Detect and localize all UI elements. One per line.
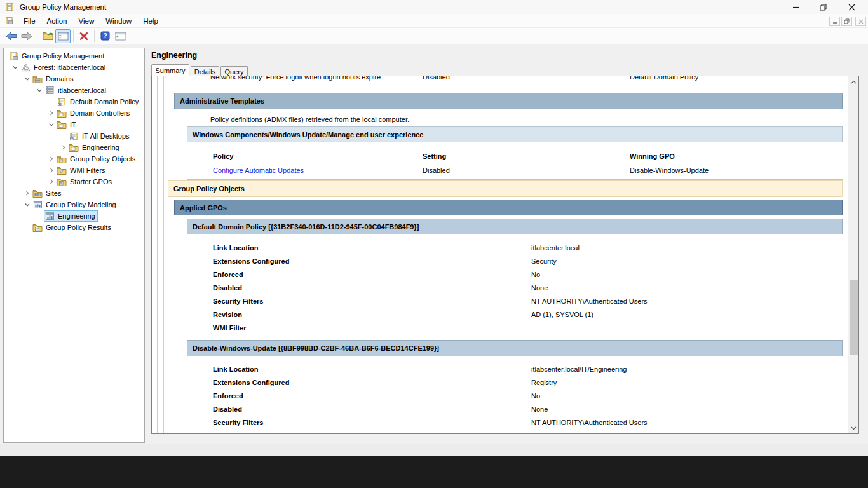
column-header-policy: Policy [213,152,233,161]
menu-view[interactable]: View [73,15,100,27]
scroll-up-button[interactable] [848,76,859,87]
toolbar-separator [94,30,95,42]
help-button[interactable]: ? [97,29,112,43]
tab-summary[interactable]: Summary [151,64,189,76]
chevron-expanded-icon[interactable] [22,73,32,85]
tree-item-group-policy-modeling[interactable]: Group Policy Modeling [4,199,144,210]
chevron-expanded-icon[interactable] [34,85,44,96]
back-button[interactable] [4,29,19,43]
domains-folder-icon [32,74,43,84]
menu-help[interactable]: Help [137,15,164,27]
chevron-up-icon [851,80,857,84]
chevron-expanded-icon[interactable] [10,62,20,73]
policy-row-clipped-winning-gpo: Default Domain Policy [630,76,698,81]
show-action-pane-button[interactable] [112,29,128,43]
section-header-administrative-templates[interactable]: Administrative Templates [174,93,843,109]
detail-value: NT AUTHORITY\Authenticated Users [531,418,648,427]
tree-item-group-policy-objects[interactable]: Group Policy Objects [4,153,144,165]
restore-button[interactable] [809,0,837,14]
desktop: Group Policy Management File Action View… [0,0,868,488]
menu-file[interactable]: File [18,15,41,27]
back-arrow-icon [6,32,17,41]
tree-item-label: WMI Filters [68,166,107,175]
tree-item-root[interactable]: Group Policy Management [4,50,144,62]
policy-row-clipped-setting: Disabled [423,76,450,81]
tree-item-it[interactable]: IT [4,119,144,130]
close-button[interactable] [837,0,865,14]
policy-link-configure-automatic-updates[interactable]: Configure Automatic Updates [213,166,304,175]
tree-item-label: Default Domain Policy [68,97,140,106]
tab-query[interactable]: Query [220,66,248,76]
tree-item-default-domain-policy[interactable]: Default Domain Policy [4,96,144,107]
title-bar[interactable]: Group Policy Management [0,0,868,14]
chevron-expanded-icon[interactable] [22,199,32,210]
vertical-scrollbar[interactable] [848,76,858,433]
detail-value: Security [531,257,557,266]
scroll-down-button[interactable] [848,423,859,433]
section-title: Windows Components/Windows Update/Manage… [193,131,423,139]
gpo-name: Default Domain Policy [{31B2F340-016D-11… [193,223,419,231]
tree-item-starter-gpos[interactable]: Starter GPOs [4,176,144,187]
section-header-applied-gpos[interactable]: Applied GPOs [174,200,843,215]
chevron-collapsed-icon[interactable] [46,165,57,176]
tree-item-sites[interactable]: Sites [4,187,144,199]
detail-label: Link Location [213,365,259,374]
forward-button[interactable] [19,29,34,43]
tree-item-label: Engineering [56,212,97,220]
minimize-icon [792,4,799,11]
selected-tree-item[interactable]: Engineering [44,211,97,221]
mdi-close-icon [858,19,864,24]
detail-value: None [531,405,548,414]
menu-action[interactable]: Action [41,15,73,27]
tree-item-domains[interactable]: Domains [4,73,144,85]
sites-folder-icon [32,188,43,198]
chevron-expanded-icon[interactable] [46,119,57,130]
tree-item-label: IT [68,120,78,129]
window-title: Group Policy Management [20,3,106,11]
mdi-close-button[interactable] [855,17,866,26]
detail-value: itlabcenter.local [531,243,580,252]
export-folder-button[interactable] [40,29,55,43]
column-header-setting: Setting [423,152,446,161]
toolbar-separator [37,30,37,42]
section-header-windows-components[interactable]: Windows Components/Windows Update/Manage… [187,126,843,142]
delete-button[interactable] [76,29,92,43]
policy-row-clipped-name: Network security: Force logoff when logo… [210,76,381,81]
section-header-group-policy-objects[interactable]: Group Policy Objects [168,180,843,197]
tree-item-wmi-filters[interactable]: WMI Filters [4,165,144,176]
detail-value: Registry [531,378,557,387]
tree-item-domain-controllers[interactable]: Domain Controllers [4,107,144,119]
mdi-minimize-button[interactable] [829,17,840,26]
policy-winning-gpo-value: Disable-Windows-Update [630,166,709,175]
menu-window[interactable]: Window [100,15,137,27]
table-bottom-divider [187,179,843,180]
section-border [157,76,158,433]
delete-icon [79,32,88,41]
tree-item-forest[interactable]: Forest: itlabcenter.local [4,62,144,73]
gpmc-app-icon [4,2,15,12]
detail-label: WMI Filter [213,323,247,332]
show-console-tree-button[interactable] [55,29,71,43]
chevron-collapsed-icon[interactable] [22,187,32,199]
section-title: Applied GPOs [180,204,227,212]
chevron-collapsed-icon[interactable] [46,176,57,187]
section-header-default-domain-policy[interactable]: Default Domain Policy [{31B2F340-016D-11… [187,219,843,234]
detail-label: Extensions Configured [213,257,289,266]
section-header-disable-windows-update[interactable]: Disable-Windows-Update [{8BF998BD-C2BF-4… [187,340,843,356]
tree-item-engineering-ou[interactable]: Engineering [4,142,144,153]
chevron-collapsed-icon[interactable] [46,153,57,165]
tree-item-engineering-modeling[interactable]: Engineering [4,210,144,222]
minimize-button[interactable] [782,0,810,14]
tab-details[interactable]: Details [191,66,219,76]
tree-item-group-policy-results[interactable]: Group Policy Results [4,222,144,233]
scrollbar-thumb[interactable] [850,280,858,355]
tree-item-domain[interactable]: itlabcenter.local [4,85,144,96]
policy-setting-value: Disabled [423,166,450,175]
gpmc-window: Group Policy Management File Action View… [0,0,868,444]
tree-item-it-all-desktops[interactable]: IT-All-Desktops [4,130,144,142]
chevron-collapsed-icon[interactable] [58,142,69,153]
mdi-restore-button[interactable] [841,17,852,26]
detail-label: Security Filters [213,418,263,427]
chevron-collapsed-icon[interactable] [46,107,57,119]
tree-item-label: Forest: itlabcenter.local [32,63,107,72]
